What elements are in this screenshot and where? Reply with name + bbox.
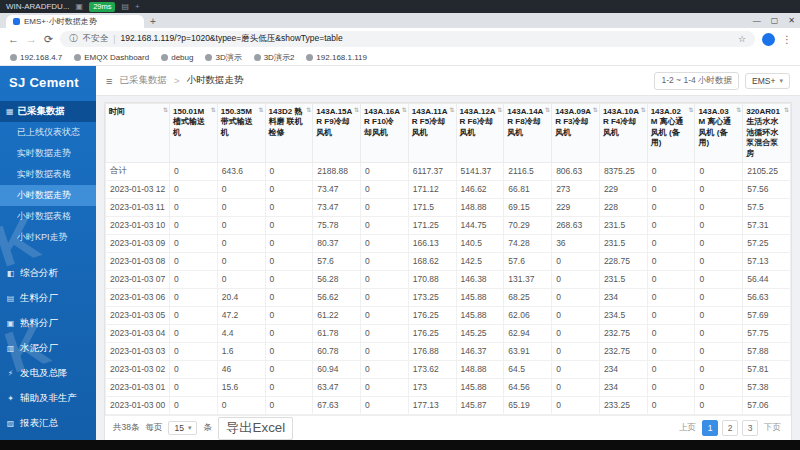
browser-tab-bar: EMS+·小时数据走势 + — ▢ ✕ [0,13,800,28]
add-icon[interactable]: + [135,2,140,11]
prev-page-button[interactable]: 上页 [677,422,698,434]
back-icon[interactable]: ← [8,33,19,45]
maximize-icon[interactable]: ▢ [771,16,779,25]
value-cell: 1.6 [217,342,265,360]
minimize-icon[interactable]: — [753,16,761,25]
window-controls: — ▢ ✕ [753,13,795,28]
time-cell: 合计 [106,162,170,180]
value-cell: 0 [361,162,409,180]
column-header-6[interactable]: 143A.12AR F6冷却风机⇅ [456,104,504,163]
auxiliary-icon: ✦ [6,394,15,403]
export-excel-button[interactable]: 导出Excel [218,417,293,440]
sidebar-section-collected-data[interactable]: ▦ 已采集数据 [0,101,96,122]
bookmark-star-icon[interactable]: ☆ [738,34,746,44]
value-cell: 0 [647,252,695,270]
date-range-chip[interactable]: 1-2 ~ 1-4 小时数据 [654,72,739,90]
sidebar-subitem-3[interactable]: 小时数据走势 [0,185,96,206]
value-cell: 56.62 [313,288,361,306]
sidebar-item-3[interactable]: ▥水泥分厂 [0,337,96,360]
column-header-label: 143A.15AR F9冷却风机 [316,107,352,137]
value-cell: 2188.88 [313,162,361,180]
column-header-time[interactable]: 时间⇅ [106,104,170,163]
breadcrumb-parent[interactable]: 已采集数据 [119,74,167,87]
sidebar-item-1[interactable]: ▤生料分厂 [0,287,96,310]
value-cell: 145.88 [456,306,504,324]
sidebar-subitem-2[interactable]: 实时数据表格 [0,164,96,185]
value-cell: 0 [647,396,695,414]
value-cell: 148.88 [456,360,504,378]
sidebar-subitem-5[interactable]: 小时KPI走势 [0,227,96,248]
profile-avatar[interactable] [762,33,775,46]
value-cell: 0 [217,234,265,252]
sidebar-item-2[interactable]: ▣熟料分厂 [0,312,96,335]
table-row: 2023-01-03 0000067.630177.13145.8765.190… [106,396,791,414]
sidebar-item-label: 综合分析 [20,267,58,280]
column-header-2[interactable]: 143D2 熟料磨 联机检修⇅ [265,104,313,163]
bookmark-item[interactable]: EMQX Dashboard [74,53,149,62]
value-cell: 142.5 [456,252,504,270]
value-cell: 0 [265,360,313,378]
bookmark-item[interactable]: debug [161,53,193,62]
refresh-icon[interactable]: ⟳ [44,33,53,46]
sidebar-item-6[interactable]: ▨报表汇总 [0,412,96,435]
close-icon[interactable]: ✕ [788,16,795,25]
value-cell: 0 [265,324,313,342]
sort-icon: ⇅ [306,107,311,115]
value-cell: 0 [170,252,218,270]
sidebar-item-0[interactable]: ◧综合分析 [0,262,96,285]
bookmark-item[interactable]: 3D演示2 [254,52,295,63]
column-header-11[interactable]: 143A.03M 离心通风机 (备用)⇅ [695,104,743,163]
new-tab-button[interactable]: + [150,16,156,27]
bookmark-item[interactable]: 192.168.1.119 [306,53,367,62]
value-cell: 0 [265,180,313,198]
sidebar-subitem-1[interactable]: 实时数据走势 [0,143,96,164]
table-row: 2023-01-03 0900080.370166.13140.574.2836… [106,234,791,252]
per-page-prefix: 每页 [145,422,162,434]
column-header-8[interactable]: 143A.09AR F3冷却风机⇅ [552,104,600,163]
table-row: 2023-01-03 02046060.940173.62148.8864.50… [106,360,791,378]
value-cell: 0 [695,234,743,252]
source-select[interactable]: EMS+ ▾ [745,73,790,89]
sidebar-subitem-4[interactable]: 小时数据表格 [0,206,96,227]
value-cell: 15.6 [217,378,265,396]
per-page-select[interactable]: 15 ▾ [168,421,197,435]
value-cell: 234 [599,360,647,378]
time-cell: 2023-01-03 06 [106,288,170,306]
sidebar-item-5[interactable]: ✦辅助及非生产 [0,387,96,410]
page-button-3[interactable]: 3 [742,420,758,436]
value-cell: 171.25 [408,216,456,234]
forward-icon[interactable]: → [26,33,37,45]
column-header-3[interactable]: 143A.15AR F9冷却风机⇅ [313,104,361,163]
sidebar-item-4[interactable]: ⚡发电及总降 [0,362,96,385]
value-cell: 60.78 [313,342,361,360]
bookmark-label: 192.168.1.119 [316,53,367,62]
next-page-button[interactable]: 下页 [762,422,783,434]
value-cell: 234 [599,288,647,306]
bookmark-label: 192.168.4.7 [20,53,62,62]
column-header-7[interactable]: 143A.14AR F8冷却风机⇅ [504,104,552,163]
column-header-4[interactable]: 143A.16AR F10冷却风机⇅ [361,104,409,163]
column-header-12[interactable]: 320AR01 生活水水池循环水泵混合泵房⇅ [743,104,791,163]
page-button-2[interactable]: 2 [722,420,738,436]
value-cell: 0 [647,180,695,198]
bookmark-item[interactable]: 3D演示 [205,52,241,63]
value-cell: 57.25 [743,234,791,252]
value-cell: 177.13 [408,396,456,414]
url-field[interactable]: ⓘ 不安全 | 192.168.1.119/?p=1020&typee=磨头低压… [60,31,755,47]
tab-title: EMS+·小时数据走势 [24,16,97,27]
column-header-9[interactable]: 143A.10AR F4冷却风机⇅ [599,104,647,163]
browser-menu-icon[interactable]: ⋮ [782,34,792,45]
browser-tab[interactable]: EMS+·小时数据走势 [6,15,144,28]
column-header-10[interactable]: 143A.02M 离心通风机 (备用)⇅ [647,104,695,163]
column-header-5[interactable]: 143A.11AR F5冷却风机⇅ [408,104,456,163]
page-button-1[interactable]: 1 [702,420,718,436]
sidebar-subitem-0[interactable]: 已上线仪表状态 [0,122,96,143]
column-header-0[interactable]: 150.01M 槽式输送机⇅ [170,104,218,163]
chevron-down-icon: ▾ [188,424,192,432]
bookmark-item[interactable]: 192.168.4.7 [10,53,62,62]
collapse-menu-icon[interactable]: ≡ [106,75,112,87]
column-header-label: 143A.12AR F6冷却风机 [460,107,496,137]
time-cell: 2023-01-03 12 [106,180,170,198]
column-header-1[interactable]: 150.35M 带式输送机⇅ [217,104,265,163]
sidebar-item-7[interactable]: ▧查看原始数据 [0,437,96,440]
